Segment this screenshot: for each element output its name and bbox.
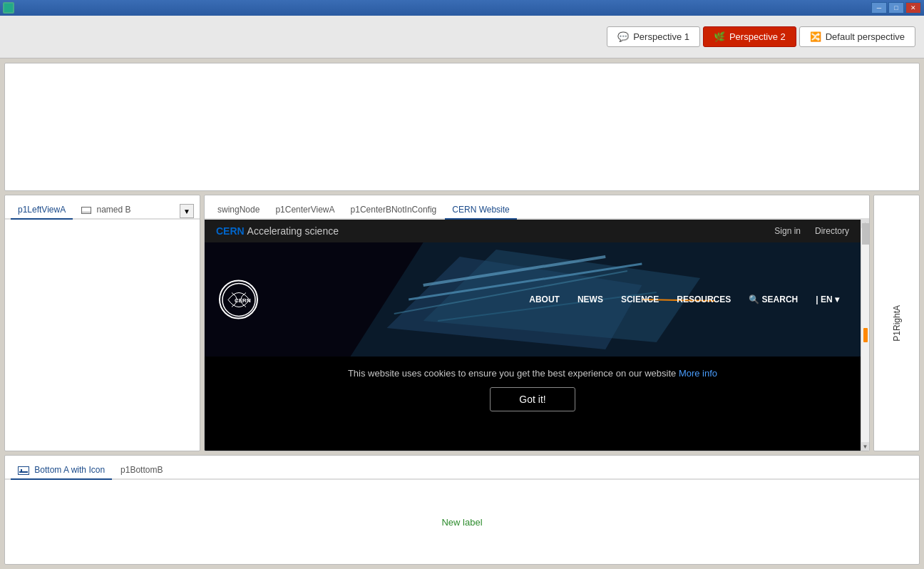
nav-news[interactable]: NEWS xyxy=(578,294,603,304)
perspective2-label: Perspective 2 xyxy=(729,31,786,42)
maximize-button[interactable]: □ xyxy=(888,2,904,14)
cern-cookie-text: This website uses cookies to ensure you … xyxy=(216,368,849,379)
named-b-icon xyxy=(81,207,91,214)
right-panel-label: P1RightA xyxy=(892,305,902,342)
tab-named-b[interactable]: named B xyxy=(74,201,138,220)
cern-website-content: CERN Accelerating science Sign in Direct… xyxy=(205,220,861,451)
cern-topbar: CERN Accelerating science Sign in Direct… xyxy=(205,220,861,242)
nav-about[interactable]: ABOUT xyxy=(529,294,560,304)
title-bar: ─ □ ✕ xyxy=(0,0,924,16)
svg-text:CERN: CERN xyxy=(235,297,251,303)
perspective2-button[interactable]: 🌿 Perspective 2 xyxy=(703,26,796,47)
main-content: p1LeftViewA named B ▼ swingNode p1Center… xyxy=(0,58,924,569)
cern-tagline: Accelerating science xyxy=(247,225,339,237)
cookie-message: This website uses cookies to ensure you … xyxy=(348,368,676,379)
center-tab-bar: swingNode p1CenterViewA p1CenterBNotInCo… xyxy=(205,195,869,220)
new-label: New label xyxy=(441,517,482,528)
tab-dropdown-button[interactable]: ▼ xyxy=(180,204,194,218)
cern-logo: CERN xyxy=(219,280,258,319)
tab-bottom-a-label: Bottom A with Icon xyxy=(34,465,105,475)
left-panel: p1LeftViewA named B ▼ xyxy=(4,195,200,451)
left-tab-bar: p1LeftViewA named B ▼ xyxy=(5,195,200,220)
perspective1-button[interactable]: 💬 Perspective 1 xyxy=(607,26,700,47)
orange-pin-indicator xyxy=(863,328,868,342)
more-info-link[interactable]: More info xyxy=(679,368,717,379)
top-panel xyxy=(4,63,920,191)
tab-cern-website[interactable]: CERN Website xyxy=(445,201,516,220)
center-panel-body: CERN Accelerating science Sign in Direct… xyxy=(205,220,869,451)
tab-bottom-a-with-icon[interactable]: Bottom A with Icon xyxy=(11,461,112,480)
svg-rect-0 xyxy=(4,4,13,12)
default-perspective-label: Default perspective xyxy=(826,31,905,42)
perspective2-icon: 🌿 xyxy=(714,31,725,42)
middle-row: p1LeftViewA named B ▼ swingNode p1Center… xyxy=(4,195,920,451)
cern-directory-link[interactable]: Directory xyxy=(815,226,849,236)
default-perspective-button[interactable]: 🔀 Default perspective xyxy=(799,26,915,47)
tab-named-b-label: named B xyxy=(97,205,131,215)
tab-p1bottomb[interactable]: p1BottomB xyxy=(113,461,170,480)
center-scrollbar[interactable]: ▲ ▼ xyxy=(861,220,869,451)
cern-signin-link[interactable]: Sign in xyxy=(774,226,801,236)
scrollbar-down-arrow[interactable]: ▼ xyxy=(861,442,869,451)
bottom-content: New label xyxy=(5,480,919,564)
bottom-a-icon xyxy=(18,466,29,475)
cern-brand: CERN Accelerating science xyxy=(216,225,339,237)
scrollbar-thumb[interactable] xyxy=(862,223,869,245)
tab-p1centerviewa[interactable]: p1CenterViewA xyxy=(268,201,342,220)
window-controls: ─ □ ✕ xyxy=(871,2,921,14)
close-button[interactable]: ✕ xyxy=(905,2,921,14)
default-perspective-icon: 🔀 xyxy=(810,31,821,42)
nav-search[interactable]: 🔍 SEARCH xyxy=(749,294,798,304)
minimize-button[interactable]: ─ xyxy=(871,2,887,14)
tab-swingnode[interactable]: swingNode xyxy=(210,201,267,220)
tab-p1leftviewa[interactable]: p1LeftViewA xyxy=(11,201,73,220)
cern-logo-svg: CERN xyxy=(221,282,257,317)
cern-name: CERN xyxy=(216,225,245,237)
center-panel: swingNode p1CenterViewA p1CenterBNotInCo… xyxy=(204,195,870,451)
bottom-tab-bar: Bottom A with Icon p1BottomB xyxy=(5,456,919,480)
app-icon xyxy=(3,2,14,14)
cern-hero: CERN ABOUT NEWS SCIENCE RESOURCES 🔍 SEAR… xyxy=(205,242,861,357)
perspective1-label: Perspective 1 xyxy=(633,31,689,42)
right-panel: P1RightA xyxy=(873,195,920,451)
tab-p1centerbnotinconfig[interactable]: p1CenterBNotInConfig xyxy=(344,201,444,220)
bottom-panel: Bottom A with Icon p1BottomB New label xyxy=(4,455,920,565)
nav-resources[interactable]: RESOURCES xyxy=(677,294,731,304)
toolbar: 💬 Perspective 1 🌿 Perspective 2 🔀 Defaul… xyxy=(0,16,924,58)
cern-cookie-bar: This website uses cookies to ensure you … xyxy=(205,357,861,423)
perspective1-icon: 💬 xyxy=(617,31,629,42)
got-it-button[interactable]: Got it! xyxy=(490,387,575,411)
cern-nav: ABOUT NEWS SCIENCE RESOURCES 🔍 SEARCH | … xyxy=(529,294,839,304)
cern-topbar-links: Sign in Directory xyxy=(774,226,849,236)
nav-science[interactable]: SCIENCE xyxy=(621,294,659,304)
cern-logo-container: CERN xyxy=(219,280,258,319)
nav-lang[interactable]: | EN ▾ xyxy=(816,294,839,304)
